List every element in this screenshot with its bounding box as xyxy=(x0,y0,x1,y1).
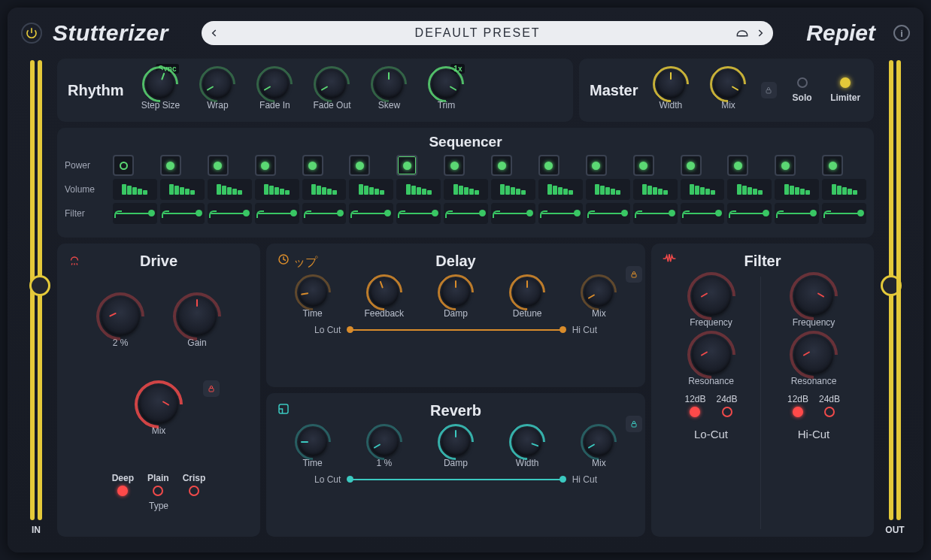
input-meter-right[interactable] xyxy=(38,60,42,520)
drive-lock-button[interactable] xyxy=(203,380,220,397)
drive-type-deep[interactable] xyxy=(117,486,128,496)
reverb-lock-button[interactable] xyxy=(626,416,642,432)
seq-filter-step-5[interactable] xyxy=(302,203,347,224)
solo-led[interactable] xyxy=(797,77,808,88)
seq-volume-step-14[interactable] xyxy=(727,179,772,200)
seq-volume-step-9[interactable] xyxy=(491,179,535,200)
trim-knob[interactable]: 1x Trim xyxy=(420,70,472,110)
info-icon[interactable]: i xyxy=(893,25,910,41)
delay-damp-knob[interactable]: Damp xyxy=(429,278,482,319)
input-gain-handle[interactable] xyxy=(29,275,50,296)
fade-out-knob[interactable]: Fade Out xyxy=(305,70,358,110)
seq-filter-step-11[interactable] xyxy=(586,203,630,224)
seq-filter-step-13[interactable] xyxy=(681,203,725,224)
seq-volume-step-6[interactable] xyxy=(349,179,393,200)
seq-volume-step-12[interactable] xyxy=(633,179,678,200)
step-size-knob[interactable]: Sync Step Size xyxy=(134,70,187,110)
seq-power-step-4[interactable] xyxy=(255,155,276,176)
wrap-knob[interactable]: Wrap xyxy=(191,70,244,110)
seq-filter-step-6[interactable] xyxy=(349,203,393,224)
preset-prev-button[interactable] xyxy=(209,28,220,38)
seq-filter-step-4[interactable] xyxy=(255,203,299,224)
locut-24db[interactable] xyxy=(722,407,732,417)
hicut-label: Hi-Cut xyxy=(798,428,830,440)
delay-cut-slider[interactable] xyxy=(348,329,564,331)
delay-mix-knob[interactable]: Mix xyxy=(572,278,625,319)
master-lock-button[interactable] xyxy=(761,82,777,98)
seq-volume-step-16[interactable] xyxy=(822,179,866,200)
drive-amount-knob[interactable]: 2 % xyxy=(89,297,151,348)
seq-power-step-16[interactable] xyxy=(822,155,843,176)
seq-volume-step-15[interactable] xyxy=(775,179,819,200)
seq-power-step-9[interactable] xyxy=(491,155,512,176)
master-width-knob[interactable]: Width xyxy=(645,70,696,110)
reverb-pct-knob[interactable]: 1 % xyxy=(358,428,411,468)
locut-freq-knob[interactable]: Frequency xyxy=(681,277,742,328)
delay-detune-knob[interactable]: Detune xyxy=(501,278,553,319)
seq-power-step-3[interactable] xyxy=(208,155,229,176)
seq-filter-step-15[interactable] xyxy=(775,203,819,224)
locut-12db[interactable] xyxy=(690,407,700,417)
seq-filter-step-8[interactable] xyxy=(444,203,488,224)
seq-power-step-10[interactable] xyxy=(538,155,560,176)
delay-feedback-knob[interactable]: Feedback xyxy=(358,278,411,319)
delay-time-knob[interactable]: Time xyxy=(287,278,339,319)
seq-volume-step-11[interactable] xyxy=(586,179,630,200)
locut-res-knob[interactable]: Resonance xyxy=(681,335,742,386)
master-mix-knob[interactable]: Mix xyxy=(703,70,754,110)
seq-filter-step-16[interactable] xyxy=(822,203,866,224)
drive-mix-knob[interactable]: Mix xyxy=(128,385,190,436)
drive-type-plain[interactable] xyxy=(153,486,163,496)
reverb-locut-label: Lo Cut xyxy=(314,474,341,485)
seq-power-step-2[interactable] xyxy=(160,155,181,176)
preset-next-button[interactable] xyxy=(755,28,766,38)
drive-gain-knob[interactable]: Gain xyxy=(166,297,228,348)
rhythm-title: Rhythm xyxy=(68,82,123,99)
seq-volume-step-10[interactable] xyxy=(538,179,583,200)
seq-volume-step-4[interactable] xyxy=(255,179,299,200)
seq-power-step-15[interactable] xyxy=(775,155,796,176)
reverb-width-knob[interactable]: Width xyxy=(501,428,553,468)
hicut-24db[interactable] xyxy=(824,407,835,417)
seq-volume-step-7[interactable] xyxy=(396,179,441,200)
seq-volume-step-1[interactable] xyxy=(113,179,157,200)
seq-filter-step-12[interactable] xyxy=(633,203,678,224)
delay-lock-button[interactable] xyxy=(626,266,642,283)
reverb-cut-slider[interactable] xyxy=(348,479,564,480)
reverb-time-knob[interactable]: Time xyxy=(287,428,339,468)
seq-power-step-6[interactable] xyxy=(349,155,370,176)
seq-power-step-7[interactable] xyxy=(396,155,417,176)
seq-volume-step-13[interactable] xyxy=(681,179,725,200)
seq-power-step-5[interactable] xyxy=(302,155,323,176)
seq-filter-step-3[interactable] xyxy=(208,203,252,224)
seq-volume-step-2[interactable] xyxy=(160,179,205,200)
power-button[interactable] xyxy=(21,23,42,44)
seq-volume-step-8[interactable] xyxy=(444,179,488,200)
seq-filter-step-2[interactable] xyxy=(160,203,205,224)
seq-volume-step-5[interactable] xyxy=(302,179,347,200)
reverb-mix-knob[interactable]: Mix xyxy=(572,428,625,468)
seq-volume-step-3[interactable] xyxy=(208,179,252,200)
seq-power-step-11[interactable] xyxy=(586,155,607,176)
fade-in-knob[interactable]: Fade In xyxy=(248,70,301,110)
limiter-led[interactable] xyxy=(840,77,851,88)
seq-filter-step-7[interactable] xyxy=(396,203,441,224)
skew-knob[interactable]: Skew xyxy=(362,70,415,110)
seq-power-step-13[interactable] xyxy=(681,155,702,176)
seq-power-step-12[interactable] xyxy=(633,155,654,176)
seq-power-step-1[interactable] xyxy=(113,155,134,176)
reverb-damp-knob[interactable]: Damp xyxy=(429,428,482,468)
output-meter-left[interactable] xyxy=(889,60,893,520)
seq-power-step-8[interactable] xyxy=(444,155,465,176)
preset-save-icon[interactable] xyxy=(735,28,749,38)
seq-filter-step-9[interactable] xyxy=(491,203,535,224)
seq-filter-step-14[interactable] xyxy=(727,203,772,224)
seq-filter-step-1[interactable] xyxy=(113,203,157,224)
master-panel: Master Width Mix Solo xyxy=(579,59,874,122)
hicut-res-knob[interactable]: Resonance xyxy=(783,335,845,386)
seq-power-step-14[interactable] xyxy=(727,155,748,176)
seq-filter-step-10[interactable] xyxy=(538,203,583,224)
drive-type-crisp[interactable] xyxy=(189,486,199,496)
hicut-freq-knob[interactable]: Frequency xyxy=(783,277,845,328)
hicut-12db[interactable] xyxy=(793,407,803,417)
